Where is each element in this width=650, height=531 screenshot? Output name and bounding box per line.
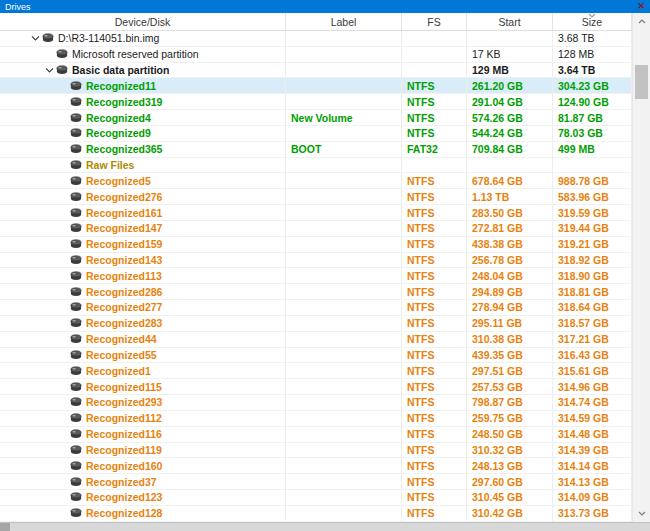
- vertical-scrollbar[interactable]: [632, 13, 650, 522]
- table-row[interactable]: Recognized286NTFS294.89 GB318.81 GB: [0, 284, 632, 300]
- table-row[interactable]: Recognized276NTFS1.13 TB583.96 GB: [0, 189, 632, 205]
- fs-cell: [402, 31, 467, 46]
- size-cell: 318.57 GB: [553, 316, 632, 331]
- table-row[interactable]: Recognized159NTFS438.38 GB319.21 GB: [0, 237, 632, 253]
- expand-chevron-icon[interactable]: [42, 67, 56, 73]
- device-cell: Recognized277: [0, 300, 286, 315]
- scrollbar-thumb[interactable]: [635, 65, 648, 99]
- start-cell: 283.50 GB: [467, 205, 553, 220]
- table-row[interactable]: Basic data partition129 MB3.64 TB: [0, 63, 632, 79]
- table-row[interactable]: Recognized160NTFS248.13 GB314.14 GB: [0, 458, 632, 474]
- tree-indent: [0, 101, 56, 102]
- table-row[interactable]: Recognized277NTFS278.94 GB318.64 GB: [0, 300, 632, 316]
- close-icon[interactable]: ✕: [637, 2, 645, 11]
- tree-indent: [0, 180, 56, 181]
- column-header-label[interactable]: Label: [286, 13, 402, 30]
- label-cell: [286, 490, 402, 505]
- tree-indent: [0, 434, 56, 435]
- expand-chevron-icon[interactable]: [28, 35, 42, 41]
- device-name: Recognized147: [86, 222, 162, 234]
- size-cell: 314.96 GB: [553, 379, 632, 394]
- table-row[interactable]: Recognized365BOOTFAT32709.84 GB499 MB: [0, 142, 632, 158]
- table-row[interactable]: Recognized143NTFS256.78 GB318.92 GB: [0, 253, 632, 269]
- scroll-up-icon[interactable]: [633, 14, 650, 29]
- size-cell: 583.96 GB: [553, 189, 632, 204]
- label-cell: [286, 126, 402, 141]
- device-cell: Basic data partition: [0, 63, 286, 78]
- table-row[interactable]: Recognized128NTFS310.42 GB313.73 GB: [0, 506, 632, 522]
- device-name: Basic data partition: [72, 64, 169, 76]
- device-name: Recognized119: [86, 444, 162, 456]
- disk-icon: [70, 366, 82, 376]
- table-row[interactable]: Recognized4New VolumeNTFS574.26 GB81.87 …: [0, 110, 632, 126]
- disk-icon: [70, 192, 82, 202]
- column-header-size[interactable]: Size: [553, 13, 632, 30]
- tree-indent: [0, 38, 28, 39]
- fs-cell: NTFS: [402, 411, 467, 426]
- start-cell: 310.32 GB: [467, 443, 553, 458]
- table-row[interactable]: Recognized147NTFS272.81 GB319.44 GB: [0, 221, 632, 237]
- table-row[interactable]: Recognized9NTFS544.24 GB78.03 GB: [0, 126, 632, 142]
- start-cell: 278.94 GB: [467, 300, 553, 315]
- table-row[interactable]: Raw Files: [0, 158, 632, 174]
- table-row[interactable]: Recognized44NTFS310.38 GB317.21 GB: [0, 332, 632, 348]
- table-row[interactable]: Recognized112NTFS259.75 GB314.59 GB: [0, 411, 632, 427]
- device-name: Recognized37: [86, 476, 157, 488]
- table-row[interactable]: Recognized11NTFS261.20 GB304.23 GB: [0, 78, 632, 94]
- device-cell: Recognized37: [0, 474, 286, 489]
- table-row[interactable]: Recognized319NTFS291.04 GB124.90 GB: [0, 94, 632, 110]
- table-row[interactable]: D:\R3-114051.bin.img3.68 TB: [0, 31, 632, 47]
- device-cell: Recognized128: [0, 506, 286, 521]
- size-cell: 3.68 TB: [553, 31, 632, 46]
- table-row[interactable]: Microsoft reserved partition17 KB128 MB: [0, 47, 632, 63]
- column-header-start[interactable]: Start: [467, 13, 553, 30]
- horizontal-scrollbar[interactable]: [0, 522, 650, 531]
- tree-indent: [0, 196, 56, 197]
- label-cell: [286, 300, 402, 315]
- device-cell: Recognized276: [0, 189, 286, 204]
- table-row[interactable]: Recognized37NTFS297.60 GB314.13 GB: [0, 474, 632, 490]
- table-row[interactable]: Recognized119NTFS310.32 GB314.39 GB: [0, 443, 632, 459]
- start-cell: 310.42 GB: [467, 506, 553, 521]
- column-header-device[interactable]: Device/Disk: [0, 13, 286, 30]
- panel-titlebar[interactable]: Drives ✕: [0, 0, 650, 13]
- start-cell: 257.53 GB: [467, 379, 553, 394]
- device-name: Recognized116: [86, 428, 162, 440]
- size-cell: 313.73 GB: [553, 506, 632, 521]
- table-row[interactable]: Recognized116NTFS248.50 GB314.48 GB: [0, 427, 632, 443]
- device-cell: Recognized44: [0, 332, 286, 347]
- disk-icon: [70, 271, 82, 281]
- scroll-down-icon[interactable]: [633, 506, 650, 521]
- table-row[interactable]: Recognized5NTFS678.64 GB988.78 GB: [0, 173, 632, 189]
- table-row[interactable]: Recognized283NTFS295.11 GB318.57 GB: [0, 316, 632, 332]
- label-cell: [286, 348, 402, 363]
- disk-icon: [70, 287, 82, 297]
- disk-icon: [70, 477, 82, 487]
- device-name: Recognized11: [86, 80, 156, 92]
- fs-cell: NTFS: [402, 332, 467, 347]
- table-row[interactable]: Recognized55NTFS439.35 GB316.43 GB: [0, 348, 632, 364]
- disk-icon: [70, 429, 82, 439]
- label-cell: [286, 268, 402, 283]
- device-cell: Microsoft reserved partition: [0, 47, 286, 62]
- disk-icon: [70, 397, 82, 407]
- table-row[interactable]: Recognized115NTFS257.53 GB314.96 GB: [0, 379, 632, 395]
- label-cell: [286, 189, 402, 204]
- table-row[interactable]: Recognized113NTFS248.04 GB318.90 GB: [0, 268, 632, 284]
- table-row[interactable]: Recognized1NTFS297.51 GB315.61 GB: [0, 363, 632, 379]
- label-cell: New Volume: [286, 110, 402, 125]
- device-name: Recognized143: [86, 254, 162, 266]
- label-cell: [286, 506, 402, 521]
- device-name: Recognized1: [86, 365, 151, 377]
- size-cell: 319.59 GB: [553, 205, 632, 220]
- table-row[interactable]: Recognized161NTFS283.50 GB319.59 GB: [0, 205, 632, 221]
- table-row[interactable]: Recognized293NTFS798.87 GB314.74 GB: [0, 395, 632, 411]
- table-row[interactable]: Recognized123NTFS310.45 GB314.09 GB: [0, 490, 632, 506]
- size-cell: [553, 158, 632, 173]
- device-name: Recognized283: [86, 317, 162, 329]
- column-header-label-label: Label: [331, 16, 357, 28]
- disk-icon: [70, 492, 82, 502]
- tree-indent: [0, 54, 42, 55]
- fs-cell: NTFS: [402, 443, 467, 458]
- column-header-fs[interactable]: FS: [402, 13, 467, 30]
